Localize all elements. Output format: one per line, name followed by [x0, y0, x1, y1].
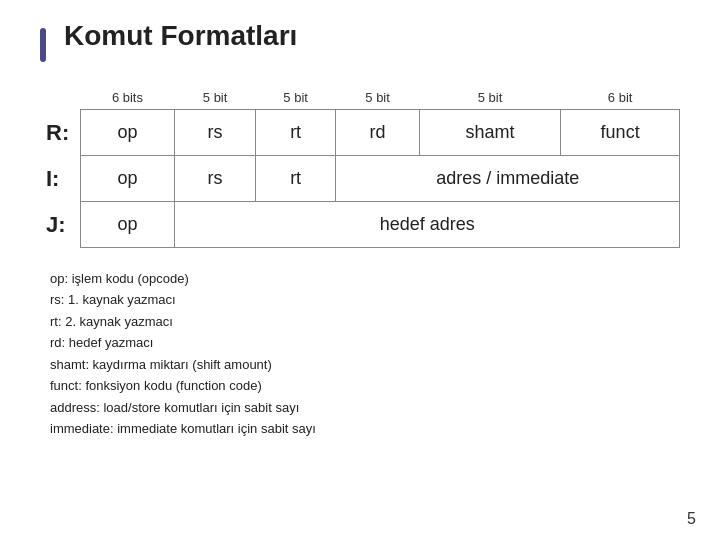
- table-row-i: I: op rs rt adres / immediate: [40, 156, 680, 202]
- page-title: Komut Formatları: [54, 20, 297, 52]
- page-number: 5: [687, 510, 696, 528]
- header-bits-5: 6 bit: [561, 88, 680, 110]
- j-op: op: [80, 202, 175, 248]
- i-immediate: adres / immediate: [336, 156, 680, 202]
- table-row-j: J: op hedef adres: [40, 202, 680, 248]
- accent-bar: [40, 28, 46, 62]
- format-table: 6 bits 5 bit 5 bit 5 bit 5 bit 6 bit R: …: [40, 88, 680, 248]
- note-6: address: load/store komutları için sabit…: [50, 397, 680, 418]
- note-7: immediate: immediate komutları için sabi…: [50, 418, 680, 439]
- row-label-j: J:: [40, 202, 80, 248]
- notes-section: op: işlem kodu (opcode) rs: 1. kaynak ya…: [40, 268, 680, 440]
- r-rt: rt: [255, 110, 336, 156]
- title-row: Komut Formatları: [40, 20, 680, 70]
- note-0: op: işlem kodu (opcode): [50, 268, 680, 289]
- note-5: funct: fonksiyon kodu (function code): [50, 375, 680, 396]
- table-header-row: 6 bits 5 bit 5 bit 5 bit 5 bit 6 bit: [40, 88, 680, 110]
- i-op: op: [80, 156, 175, 202]
- note-4: shamt: kaydırma miktarı (shift amount): [50, 354, 680, 375]
- r-rs: rs: [175, 110, 256, 156]
- table-row-r: R: op rs rt rd shamt funct: [40, 110, 680, 156]
- j-hedef: hedef adres: [175, 202, 680, 248]
- header-bits-1: 5 bit: [175, 88, 256, 110]
- i-rt: rt: [255, 156, 336, 202]
- row-label-r: R:: [40, 110, 80, 156]
- header-label-col: [40, 88, 80, 110]
- page: Komut Formatları 6 bits 5 bit 5 bit 5 bi…: [0, 0, 720, 540]
- note-2: rt: 2. kaynak yazmacı: [50, 311, 680, 332]
- header-bits-0: 6 bits: [80, 88, 175, 110]
- note-3: rd: hedef yazmacı: [50, 332, 680, 353]
- header-bits-3: 5 bit: [336, 88, 419, 110]
- r-rd: rd: [336, 110, 419, 156]
- r-shamt: shamt: [419, 110, 560, 156]
- note-1: rs: 1. kaynak yazmacı: [50, 289, 680, 310]
- row-label-i: I:: [40, 156, 80, 202]
- header-bits-2: 5 bit: [255, 88, 336, 110]
- r-op: op: [80, 110, 175, 156]
- r-funct: funct: [561, 110, 680, 156]
- header-bits-4: 5 bit: [419, 88, 560, 110]
- i-rs: rs: [175, 156, 256, 202]
